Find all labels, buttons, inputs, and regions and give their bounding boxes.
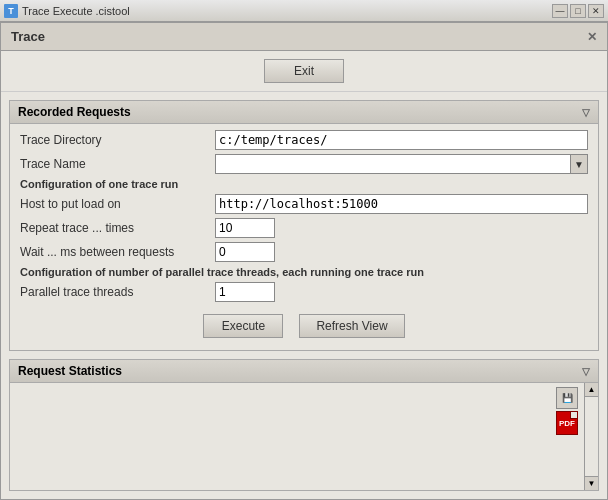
exit-button[interactable]: Exit: [264, 59, 344, 83]
action-buttons: Execute Refresh View: [20, 306, 588, 344]
repeat-label: Repeat trace ... times: [20, 221, 215, 235]
title-bar-left: T Trace Execute .cistool: [4, 4, 130, 18]
title-bar-controls: — □ ✕: [552, 4, 604, 18]
app-icon: T: [4, 4, 18, 18]
scroll-down-button[interactable]: ▼: [585, 476, 599, 490]
config-one-run-header: Configuration of one trace run: [20, 178, 588, 190]
trace-name-wrapper: ▼: [215, 154, 588, 174]
pdf-icon[interactable]: PDF: [556, 411, 578, 435]
wait-label: Wait ... ms between requests: [20, 245, 215, 259]
parallel-input[interactable]: [215, 282, 275, 302]
minimize-button[interactable]: —: [552, 4, 568, 18]
trace-name-label: Trace Name: [20, 157, 215, 171]
parallel-label: Parallel trace threads: [20, 285, 215, 299]
trace-name-dropdown-button[interactable]: ▼: [570, 154, 588, 174]
repeat-input[interactable]: [215, 218, 275, 238]
execute-button[interactable]: Execute: [203, 314, 283, 338]
host-row: Host to put load on: [20, 194, 588, 214]
scrollbar-track: [585, 397, 599, 476]
trace-directory-row: Trace Directory: [20, 130, 588, 150]
trace-directory-label: Trace Directory: [20, 133, 215, 147]
request-statistics-header: Request Statistics ▽: [10, 360, 598, 383]
save-icon[interactable]: 💾: [556, 387, 578, 409]
panel-title-text: Trace: [11, 29, 45, 44]
title-bar: T Trace Execute .cistool — □ ✕: [0, 0, 608, 22]
recorded-requests-section: Recorded Requests ▽ Trace Directory Trac…: [9, 100, 599, 351]
recorded-requests-content: Trace Directory Trace Name ▼ Configurati…: [10, 124, 598, 350]
pdf-area: 💾 PDF: [556, 387, 578, 435]
scrollbar-right: ▲ ▼: [584, 383, 598, 490]
request-statistics-content: 💾 PDF ▲ ▼: [10, 383, 598, 490]
repeat-row: Repeat trace ... times: [20, 218, 588, 238]
request-statistics-section: Request Statistics ▽ 💾 PDF ▲ ▼: [9, 359, 599, 491]
exit-area: Exit: [1, 51, 607, 92]
parallel-row: Parallel trace threads: [20, 282, 588, 302]
panel-title: Trace ✕: [1, 23, 607, 51]
title-bar-text: Trace Execute .cistool: [22, 5, 130, 17]
panel-close-button[interactable]: ✕: [587, 30, 597, 44]
refresh-view-button[interactable]: Refresh View: [299, 314, 404, 338]
host-input[interactable]: [215, 194, 588, 214]
host-label: Host to put load on: [20, 197, 215, 211]
recorded-requests-collapse-icon[interactable]: ▽: [582, 107, 590, 118]
request-statistics-title: Request Statistics: [18, 364, 122, 378]
request-statistics-collapse-icon[interactable]: ▽: [582, 366, 590, 377]
config-parallel-header: Configuration of number of parallel trac…: [20, 266, 588, 278]
main-window: Trace ✕ Exit Recorded Requests ▽ Trace D…: [0, 22, 608, 500]
maximize-button[interactable]: □: [570, 4, 586, 18]
trace-name-row: Trace Name ▼: [20, 154, 588, 174]
wait-input[interactable]: [215, 242, 275, 262]
scroll-up-button[interactable]: ▲: [585, 383, 599, 397]
recorded-requests-title: Recorded Requests: [18, 105, 131, 119]
close-button[interactable]: ✕: [588, 4, 604, 18]
pdf-icon-label: PDF: [559, 419, 575, 428]
recorded-requests-header: Recorded Requests ▽: [10, 101, 598, 124]
wait-row: Wait ... ms between requests: [20, 242, 588, 262]
trace-name-input[interactable]: [215, 154, 571, 174]
trace-directory-input[interactable]: [215, 130, 588, 150]
